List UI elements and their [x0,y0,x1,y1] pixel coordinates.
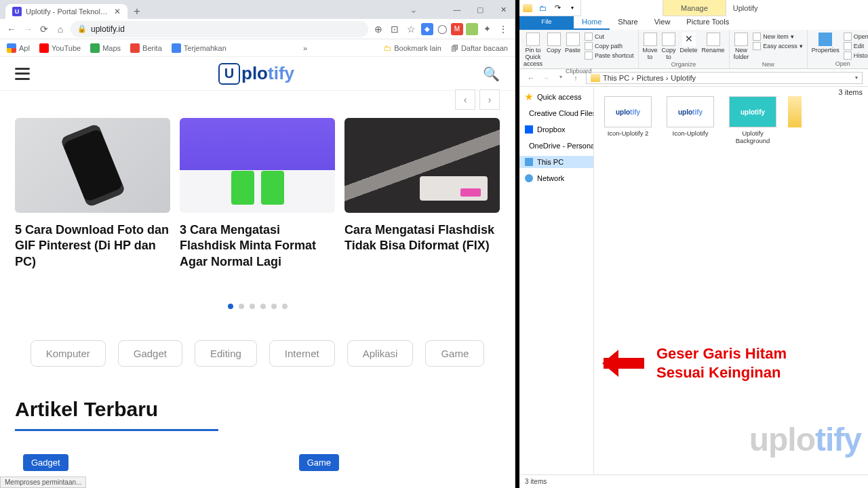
dot[interactable] [282,304,288,309]
sidebar-item-creative-cloud[interactable]: Creative Cloud Files [519,107,593,119]
article-card[interactable]: Cara Mengatasi Flashdisk Tidak Bisa Difo… [344,118,500,270]
star-icon[interactable]: ☆ [405,23,417,35]
dot[interactable] [239,304,244,309]
translate-icon[interactable]: ⊡ [389,23,401,35]
qat-button[interactable]: ↷ [552,3,563,14]
bookmark-item[interactable]: Maps [90,43,121,53]
rename-button[interactable]: Rename [702,33,725,54]
dot[interactable] [228,304,233,309]
delete-button[interactable]: ✕Delete [680,33,698,54]
contextual-tab[interactable]: Manage [663,0,726,16]
copy-button[interactable]: Copy [547,33,561,54]
address-bar[interactable]: 🔒 uplotify.id [71,21,368,37]
file-pane[interactable]: 3 items uplotify Icon-Uplotify 2 uplotif… [594,87,868,474]
minimize-button[interactable]: — [446,0,469,19]
new-tab-button[interactable]: + [127,4,146,19]
category-pill[interactable]: Game [425,340,484,367]
file-item[interactable]: uplotify Uplotify Background [726,96,780,145]
dot[interactable] [250,304,255,309]
home-button[interactable]: ⌂ [54,23,66,35]
carousel-prev-button[interactable]: ‹ [455,89,475,110]
file-item[interactable]: uplotify Icon-Uplotify [663,96,717,145]
category-pill[interactable]: Internet [269,340,335,367]
up-button[interactable]: ↑ [570,74,582,82]
sidebar-item-dropbox[interactable]: Dropbox [519,123,593,136]
move-to-button[interactable]: Move to [643,33,658,61]
reading-list[interactable]: 🗐Daftar bacaan [451,44,508,52]
tab-file[interactable]: File [519,16,574,30]
site-logo[interactable]: Uplotify [218,62,294,85]
file-item[interactable]: uplotify Icon-Uplotify 2 [601,96,655,145]
edit-button[interactable]: Edit [844,42,868,50]
article-card[interactable]: 5 Cara Download Foto dan GIF Pinterest (… [15,118,170,270]
pin-button[interactable]: Pin to Quick access [524,33,542,68]
browser-tab[interactable]: U Uplotify - Portal Teknologi Indon ✕ [5,4,127,19]
menu-button[interactable] [15,68,30,80]
bookmark-item[interactable]: Berita [130,43,162,53]
article-card[interactable]: 3 Cara Mengatasi Flashdisk Minta Format … [180,118,335,270]
copy-path-button[interactable]: Copy path [585,42,634,50]
zoom-icon[interactable]: ⊕ [372,23,384,35]
new-item-button[interactable]: New item ▾ [753,33,803,41]
close-button[interactable]: ✕ [492,0,515,19]
category-pill[interactable]: Aplikasi [347,340,414,367]
back-button[interactable]: ← [525,74,537,82]
breadcrumb-item[interactable]: Uplotify [671,74,696,82]
close-tab-icon[interactable]: ✕ [114,7,121,16]
search-button[interactable]: 🔍 [483,66,500,82]
ext-icon[interactable] [466,23,478,35]
toolbar: ← → ⟳ ⌂ 🔒 uplotify.id ⊕ ⊡ ☆ ◆ ◯ M ✦ ⋮ [0,19,515,39]
sidebar-item-onedrive[interactable]: OneDrive - Personal [519,140,593,152]
section-underline [15,429,218,431]
file-item-partial[interactable] [788,96,802,145]
forward-button[interactable]: → [22,23,34,35]
dot[interactable] [271,304,277,309]
breadcrumb[interactable]: This PC Pictures Uplotify ▾ [586,72,863,84]
carousel-next-button[interactable]: › [479,89,500,110]
forward-button[interactable]: → [540,74,552,82]
category-pill[interactable]: Editing [195,340,257,367]
category-badge[interactable]: Gadget [23,454,68,471]
category-pill[interactable]: Komputer [31,340,106,367]
menu-icon[interactable]: ⋮ [497,23,509,35]
tab-picture-tools[interactable]: Picture Tools [678,16,737,30]
extensions-icon[interactable]: ✦ [481,23,493,35]
dot[interactable] [260,304,266,309]
qat-button[interactable]: 🗀 [537,3,548,14]
category-badge[interactable]: Game [299,454,339,471]
easy-access-button[interactable]: Easy access ▾ [753,42,803,50]
tab-home[interactable]: Home [574,16,610,30]
open-button[interactable]: Open ▾ [844,33,868,41]
breadcrumb-item[interactable]: This PC [603,74,634,82]
tab-share[interactable]: Share [610,16,646,30]
bookmark-item[interactable]: YouTube [39,43,81,53]
sidebar-item-quick-access[interactable]: Quick access [519,91,593,103]
breadcrumb-item[interactable]: Pictures [637,74,668,82]
apps-button[interactable]: Apl [7,43,30,53]
ext-icon[interactable]: ◆ [421,23,433,35]
tab-view[interactable]: View [646,16,679,30]
sidebar-item-this-pc[interactable]: This PC [519,156,593,168]
overflow-icon[interactable]: » [303,44,307,52]
qat-dropdown[interactable]: ▾ [567,3,578,14]
maximize-button[interactable]: ▢ [469,0,492,19]
properties-button[interactable]: Properties [812,33,840,54]
category-pill[interactable]: Gadget [118,340,182,367]
sidebar-item-network[interactable]: Network [519,172,593,184]
paste-shortcut-button[interactable]: Paste shortcut [585,52,634,60]
ext-icon[interactable]: M [451,23,463,35]
back-button[interactable]: ← [5,23,18,35]
card-image [180,118,335,213]
paste-button[interactable]: Paste [565,33,580,54]
copy-to-button[interactable]: Copy to [662,33,676,61]
history-button[interactable]: History [844,52,868,60]
reload-button[interactable]: ⟳ [38,23,50,35]
new-folder-button[interactable]: New folder [734,33,749,61]
cut-button[interactable]: Cut [585,33,634,41]
tab-search-button[interactable]: ⌄ [402,0,425,19]
ext-icon[interactable]: ◯ [436,23,448,35]
other-bookmarks[interactable]: 🗀Bookmark lain [384,44,441,52]
breadcrumb-dropdown[interactable]: ▾ [855,75,858,81]
bookmark-item[interactable]: Terjemahkan [172,43,226,53]
recent-dropdown[interactable]: ▾ [555,74,567,82]
